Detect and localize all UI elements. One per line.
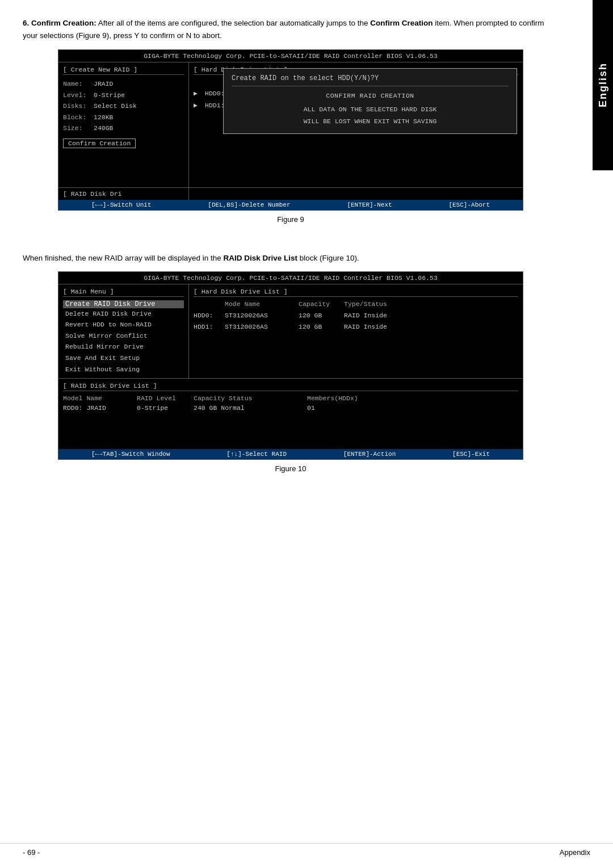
statusbar-item-0: [←→]-Switch Unit [91, 202, 152, 208]
figure9-caption: Figure 9 [23, 215, 559, 224]
figure10-caption: Figure 10 [23, 464, 559, 473]
raid-disk-drive-label: [ RAID Disk Dri [58, 188, 189, 200]
hdd10-row0-id: HDD0: [194, 310, 225, 322]
hdd10-row1-model: ST3120026AS [225, 321, 299, 333]
field-level-value: 0-Stripe [94, 90, 125, 101]
field-block-label: Block: [63, 112, 90, 123]
field-name-value: JRAID [94, 78, 114, 90]
dialog-divider [232, 86, 509, 86]
intro-text: After all of the items are configured, t… [98, 19, 371, 27]
statusbar10-item-3: [ESC]-Exit [452, 451, 490, 458]
hdd10-col-type: Type/Status [344, 300, 401, 308]
hdd10-row1-id: HDD1: [194, 321, 225, 333]
raid-col-model: Model Name [63, 395, 137, 402]
hdd10-row0-type: RAID Inside [344, 310, 401, 322]
field-name: Name: JRAID [63, 78, 184, 90]
statusbar-item-3: [ESC]-Abort [448, 202, 490, 208]
raid-list-header: Model Name RAID Level Capacity Status Me… [63, 395, 518, 402]
english-tab-label: English [597, 62, 609, 107]
hdd-header-10: Mode Name Capacity Type/Status [194, 300, 518, 308]
confirm-body-line1: ALL DATA ON THE SELECTED HARD DISK [304, 106, 437, 113]
raid-row0-level: 0-Stripe [137, 404, 194, 412]
field-block: Block: 128KB [63, 112, 184, 123]
footer-page-num: - 69 - [23, 848, 40, 857]
field-disks-label: Disks: [63, 100, 90, 112]
raid-list-title: [ RAID Disk Drive List ] [63, 382, 518, 391]
confirm-raid-body: ALL DATA ON THE SELECTED HARD DISK WILL … [232, 104, 509, 127]
between-bold: RAID Disk Drive List [223, 254, 297, 262]
right-panel-title-10: [ Hard Disk Drive List ] [194, 288, 518, 297]
statusbar-item-2: [ENTER]-Next [347, 202, 392, 208]
confirm-creation-button[interactable]: Confirm Creation [63, 139, 136, 148]
menu-item-create: Create RAID Disk Drive [63, 300, 184, 308]
bios2-right-panel: [ Hard Disk Drive List ] Mode Name Capac… [189, 284, 523, 378]
raid-dialog-prompt: Create RAID on the select HDD(Y/N)?Y [232, 74, 509, 82]
menu-item-save: Save And Exit Setup [63, 353, 184, 364]
raid-col-members: Members(HDDx) [307, 395, 381, 402]
raid-col-level: RAID Level [137, 395, 194, 402]
confirm-body-line2: WILL BE LOST WHEN EXIT WITH SAVING [304, 118, 437, 125]
raid-row0-capstatus: 240 GB Normal [194, 404, 307, 412]
menu-item-solve: Solve Mirror Conflict [63, 330, 184, 342]
field-level-label: Level: [63, 90, 90, 101]
footer-appendix: Appendix [560, 848, 590, 857]
statusbar10-item-0: [←→TAB]-Switch Window [91, 451, 170, 458]
bios-statusbar-10: [←→TAB]-Switch Window [↑↓]-Select RAID [… [58, 449, 523, 459]
menu-item-delete: Delete RAID Disk Drive [63, 308, 184, 320]
bios-body-9: [ Create New RAID ] Name: JRAID Level: 0… [58, 62, 523, 187]
field-disks: Disks: Select Disk [63, 100, 184, 112]
hdd10-row1-cap: 120 GB [299, 321, 344, 333]
between-text: When finished, the new RAID array will b… [23, 254, 223, 262]
bios-right-panel-9: [ Hard Disk Drive List ] Mode Name Avail… [189, 62, 523, 187]
intro-bold-label2: Confirm Creation [370, 19, 433, 27]
raid-row0-model: RDD0: JRAID [63, 404, 137, 412]
field-size-value: 240GB [94, 123, 114, 134]
statusbar-item-1: [DEL,BS]-Delete Number [208, 202, 290, 208]
bios-screen-figure10: GIGA-BYTE Technology Corp. PCIE-to-SATAI… [58, 271, 523, 460]
field-block-value: 128KB [94, 112, 114, 123]
bios-left-panel-9: [ Create New RAID ] Name: JRAID Level: 0… [58, 62, 189, 187]
raid-col-cap-status: Capacity Status [194, 395, 307, 402]
field-level: Level: 0-Stripe [63, 90, 184, 101]
hdd-row0-arrow: ▶ [194, 88, 205, 100]
menu-item-revert: Revert HDD to Non-RAID [63, 319, 184, 330]
confirm-raid-title: CONFIRM RAID CREATION [232, 92, 509, 99]
intro-number: 6. [23, 19, 29, 27]
field-size: Size: 240GB [63, 123, 184, 134]
statusbar10-item-1: [↑↓]-Select RAID [226, 451, 287, 458]
statusbar10-item-2: [ENTER]-Action [343, 451, 396, 458]
bios-raid-row: [ RAID Disk Dri [58, 187, 523, 200]
hdd10-col-cap: Capacity [299, 300, 344, 308]
bios2-body: [ Main Menu ] Create RAID Disk Drive Del… [58, 284, 523, 378]
hdd10-row0-model: ST3120026AS [225, 310, 299, 322]
bios-statusbar-9: [←→]-Switch Unit [DEL,BS]-Delete Number … [58, 200, 523, 210]
menu-item-exit: Exit Without Saving [63, 364, 184, 375]
page-footer: - 69 - Appendix [0, 843, 613, 857]
field-disks-value: Select Disk [94, 100, 137, 112]
raid-disk-drive-list-section: [ RAID Disk Drive List ] Model Name RAID… [58, 378, 523, 449]
raid-row0-members: 01 [307, 404, 381, 412]
intro-paragraph: 6. Confirm Creation: After all of the it… [23, 17, 559, 41]
table-row: HDD0: ST3120026AS 120 GB RAID Inside [194, 310, 518, 322]
main-menu-title: [ Main Menu ] [63, 288, 184, 297]
between-paragraph: When finished, the new RAID array will b… [23, 252, 559, 265]
hdd10-row0-cap: 120 GB [299, 310, 344, 322]
left-panel-title-9: [ Create New RAID ] [63, 66, 184, 75]
table-row: HDD1: ST3120026AS 120 GB RAID Inside [194, 321, 518, 333]
field-size-label: Size: [63, 123, 90, 134]
bios2-left-panel: [ Main Menu ] Create RAID Disk Drive Del… [58, 284, 189, 378]
menu-item-rebuild: Rebuild Mirror Drive [63, 341, 184, 353]
hdd10-col-name [194, 300, 225, 308]
hdd10-col-mode: Mode Name [225, 300, 299, 308]
raid-list-empty-space [63, 412, 518, 446]
intro-bold-label: Confirm Creation: [31, 19, 96, 27]
hdd10-row1-type: RAID Inside [344, 321, 401, 333]
english-tab: English [593, 0, 613, 170]
between-text2: block (Figure 10). [300, 254, 359, 262]
bios-title-bar-9: GIGA-BYTE Technology Corp. PCIE-to-SATAI… [58, 50, 523, 62]
list-item: RDD0: JRAID 0-Stripe 240 GB Normal 01 [63, 404, 518, 412]
bios-screen-figure9: GIGA-BYTE Technology Corp. PCIE-to-SATAI… [58, 49, 523, 211]
raid-dialog: Create RAID on the select HDD(Y/N)?Y CON… [223, 68, 517, 133]
hdd-list-10: Mode Name Capacity Type/Status HDD0: ST3… [194, 300, 518, 333]
field-name-label: Name: [63, 78, 90, 90]
